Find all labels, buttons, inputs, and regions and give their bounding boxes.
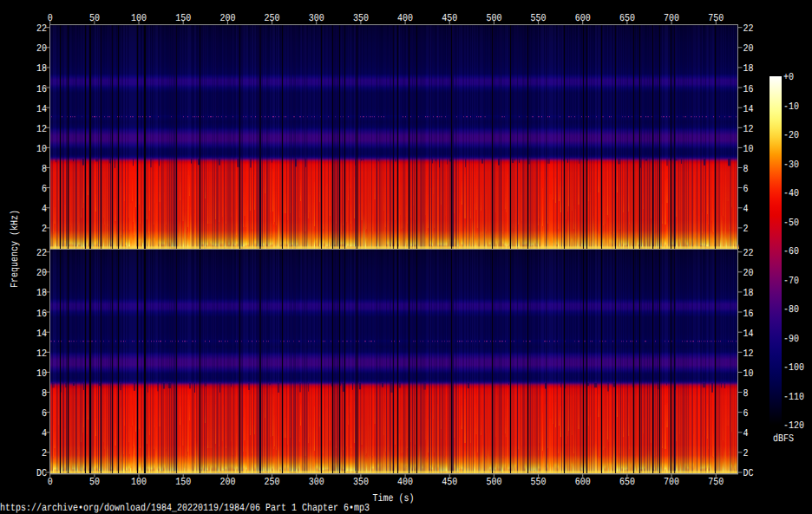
svg-text:16: 16 <box>743 83 754 95</box>
svg-text:450: 450 <box>442 12 457 24</box>
svg-text:8: 8 <box>743 387 749 400</box>
svg-text:600: 600 <box>575 12 591 24</box>
svg-text:750: 750 <box>708 476 724 488</box>
svg-text:12: 12 <box>743 348 754 360</box>
svg-text:500: 500 <box>486 12 501 24</box>
svg-text:600: 600 <box>575 476 591 488</box>
svg-text:10: 10 <box>743 143 754 155</box>
svg-text:20: 20 <box>743 42 754 55</box>
svg-text:300: 300 <box>309 12 324 24</box>
svg-text:8: 8 <box>42 163 47 175</box>
svg-text:-70: -70 <box>783 275 799 287</box>
svg-text:22: 22 <box>743 23 754 35</box>
svg-text:dBFS: dBFS <box>773 433 794 445</box>
svg-text:20: 20 <box>743 267 754 279</box>
svg-text:DC: DC <box>36 467 47 479</box>
svg-text:700: 700 <box>664 476 679 488</box>
svg-text:16: 16 <box>743 308 754 320</box>
svg-text:-10: -10 <box>783 101 799 113</box>
svg-text:4: 4 <box>743 427 749 439</box>
svg-text:10: 10 <box>743 368 754 380</box>
svg-text:6: 6 <box>42 407 47 420</box>
svg-text:12: 12 <box>36 348 47 360</box>
svg-text:0: 0 <box>48 12 53 24</box>
svg-text:20: 20 <box>36 267 47 279</box>
svg-text:100: 100 <box>131 12 147 24</box>
svg-text:Frequency (kHz): Frequency (kHz) <box>9 210 21 288</box>
svg-text:18: 18 <box>36 62 47 75</box>
svg-text:22: 22 <box>743 247 754 259</box>
svg-text:150: 150 <box>175 476 191 488</box>
svg-text:2: 2 <box>42 447 47 459</box>
svg-text:550: 550 <box>531 476 547 488</box>
svg-text:250: 250 <box>265 12 280 24</box>
svg-text:-90: -90 <box>783 333 799 345</box>
svg-text:650: 650 <box>619 12 635 24</box>
svg-text:4: 4 <box>743 203 749 215</box>
svg-text:4: 4 <box>42 427 47 439</box>
svg-text:8: 8 <box>743 163 749 175</box>
svg-text:22: 22 <box>36 23 47 35</box>
svg-text:200: 200 <box>219 12 235 24</box>
svg-text:2: 2 <box>743 447 749 459</box>
svg-text:500: 500 <box>486 476 501 488</box>
svg-text:14: 14 <box>36 103 47 115</box>
svg-text:-60: -60 <box>783 245 799 257</box>
svg-text:750: 750 <box>708 12 724 24</box>
svg-text:10: 10 <box>36 143 47 155</box>
svg-text:50: 50 <box>89 12 100 24</box>
svg-text:22: 22 <box>36 247 47 259</box>
svg-text:200: 200 <box>219 476 235 488</box>
svg-text:350: 350 <box>353 12 369 24</box>
svg-text:18: 18 <box>36 287 47 299</box>
svg-text:14: 14 <box>743 103 754 115</box>
svg-text:650: 650 <box>619 476 635 488</box>
svg-text:300: 300 <box>309 476 324 488</box>
svg-text:16: 16 <box>36 308 47 320</box>
svg-text:450: 450 <box>442 476 457 488</box>
svg-text:-40: -40 <box>783 187 799 199</box>
svg-text:-30: -30 <box>783 159 799 171</box>
svg-text:400: 400 <box>397 476 413 488</box>
svg-text:6: 6 <box>743 407 749 420</box>
svg-text:350: 350 <box>353 476 369 488</box>
svg-text:14: 14 <box>743 328 754 340</box>
svg-text:4: 4 <box>42 203 47 215</box>
svg-text:50: 50 <box>89 476 100 488</box>
svg-text:18: 18 <box>743 62 754 75</box>
svg-text:https://archive•org/download/1: https://archive•org/download/1984_202201… <box>0 502 370 514</box>
svg-text:16: 16 <box>36 83 47 95</box>
svg-text:6: 6 <box>42 183 47 195</box>
svg-text:12: 12 <box>743 123 754 135</box>
svg-text:10: 10 <box>36 368 47 380</box>
svg-text:0: 0 <box>48 476 53 488</box>
svg-text:150: 150 <box>175 12 191 24</box>
svg-text:-80: -80 <box>783 303 799 316</box>
svg-text:400: 400 <box>397 12 413 24</box>
svg-text:12: 12 <box>36 123 47 135</box>
svg-text:Time (s): Time (s) <box>373 492 415 504</box>
svg-text:-120: -120 <box>783 420 804 432</box>
svg-text:100: 100 <box>131 476 147 488</box>
svg-text:2: 2 <box>743 223 749 235</box>
svg-text:14: 14 <box>36 328 47 340</box>
svg-text:8: 8 <box>42 387 47 400</box>
svg-text:-20: -20 <box>783 129 799 141</box>
svg-text:6: 6 <box>743 183 749 195</box>
svg-text:-50: -50 <box>783 217 799 229</box>
svg-text:2: 2 <box>42 223 47 235</box>
svg-text:DC: DC <box>743 467 754 479</box>
svg-text:550: 550 <box>531 12 547 24</box>
svg-text:700: 700 <box>664 12 679 24</box>
svg-text:20: 20 <box>36 42 47 55</box>
svg-text:-110: -110 <box>783 391 804 403</box>
svg-text:250: 250 <box>265 476 280 488</box>
svg-text:+0: +0 <box>783 71 794 83</box>
svg-text:18: 18 <box>743 287 754 299</box>
svg-text:-100: -100 <box>783 361 804 374</box>
